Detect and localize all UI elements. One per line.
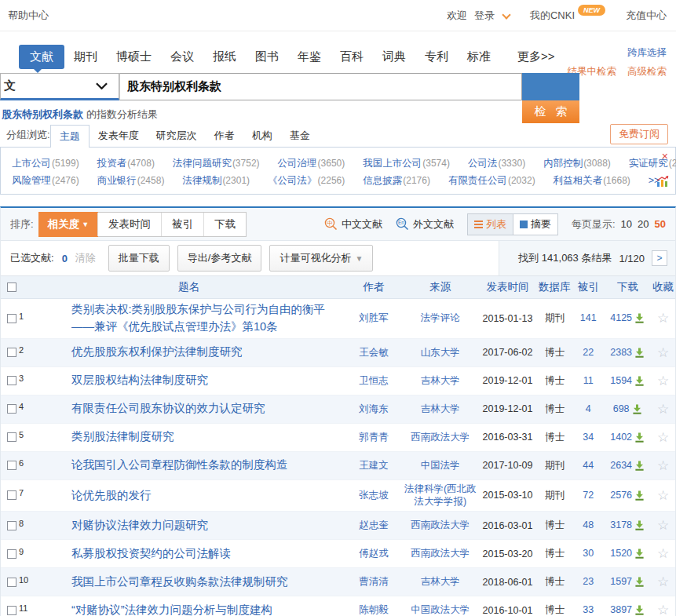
topic-tag[interactable]: 法律问题研究(3752) bbox=[173, 157, 260, 170]
clear-selection-link[interactable]: 清除 bbox=[75, 251, 96, 265]
download-icon[interactable] bbox=[634, 313, 645, 323]
source-link[interactable]: 吉林大学 bbox=[421, 374, 460, 388]
author-link[interactable]: 卫恒志 bbox=[359, 374, 389, 388]
topic-tag[interactable]: 上市公司(5199) bbox=[12, 157, 79, 170]
result-title-link[interactable]: 类别表决权:类别股股东保护与公司行为自由的衡平——兼评《优先股试点管理办法》第1… bbox=[71, 301, 338, 336]
result-title-link[interactable]: “对赌协议”法律效力问题分析与制度建构 bbox=[71, 602, 338, 616]
col-header-source[interactable]: 来源 bbox=[402, 280, 479, 294]
favorite-star-icon[interactable]: ☆ bbox=[657, 345, 669, 360]
author-link[interactable]: 傅赵戎 bbox=[359, 547, 389, 560]
source-link[interactable]: 法律科学(西北政法大学学报) bbox=[402, 483, 479, 509]
download-icon[interactable] bbox=[632, 404, 642, 414]
topic-tag[interactable]: 有限责任公司(2032) bbox=[448, 174, 535, 188]
group-tab-发表年度[interactable]: 发表年度 bbox=[90, 125, 148, 147]
foreign-literature-toggle[interactable]: En 外文文献 bbox=[396, 217, 454, 231]
row-checkbox[interactable] bbox=[7, 404, 16, 414]
login-link[interactable]: 登录 bbox=[474, 9, 495, 23]
favorite-star-icon[interactable]: ☆ bbox=[657, 518, 669, 533]
download-count-link[interactable]: 2383 bbox=[610, 346, 632, 359]
select-all-checkbox[interactable] bbox=[7, 282, 16, 292]
favorite-star-icon[interactable]: ☆ bbox=[657, 430, 669, 445]
favorite-star-icon[interactable]: ☆ bbox=[657, 458, 669, 473]
result-title-link[interactable]: 我国上市公司章程反收购条款法律规制研究 bbox=[71, 574, 338, 591]
group-tab-研究层次[interactable]: 研究层次 bbox=[148, 125, 206, 147]
author-link[interactable]: 刘海东 bbox=[359, 403, 389, 416]
favorite-star-icon[interactable]: ☆ bbox=[657, 546, 669, 561]
topic-tag[interactable]: 公司法(3330) bbox=[468, 157, 525, 170]
download-icon[interactable] bbox=[634, 520, 645, 530]
result-title-link[interactable]: 双层股权结构法律制度研究 bbox=[71, 372, 338, 389]
author-link[interactable]: 王会敏 bbox=[359, 346, 389, 359]
source-link[interactable]: 吉林大学 bbox=[421, 403, 460, 416]
batch-download-button[interactable]: 批量下载 bbox=[108, 245, 170, 272]
nav-tab-会议[interactable]: 会议 bbox=[161, 45, 203, 69]
export-reference-button[interactable]: 导出/参考文献 bbox=[177, 245, 262, 272]
result-title-link[interactable]: 对赌协议法律效力问题研究 bbox=[71, 517, 338, 534]
download-count-link[interactable]: 1520 bbox=[610, 547, 632, 560]
nav-tab-词典[interactable]: 词典 bbox=[373, 45, 415, 69]
topic-tag[interactable]: 信息披露(2176) bbox=[363, 174, 430, 188]
download-count-link[interactable]: 3897 bbox=[610, 603, 632, 616]
favorite-star-icon[interactable]: ☆ bbox=[657, 603, 669, 616]
author-link[interactable]: 郭青青 bbox=[359, 431, 389, 444]
row-checkbox[interactable] bbox=[7, 521, 16, 530]
cited-count-link[interactable]: 11 bbox=[583, 374, 594, 388]
source-link[interactable]: 山东大学 bbox=[421, 346, 460, 359]
nav-tab-年鉴[interactable]: 年鉴 bbox=[288, 45, 331, 69]
download-icon[interactable] bbox=[634, 461, 645, 471]
recharge-center-link[interactable]: 充值中心 bbox=[626, 9, 667, 23]
col-header-database[interactable]: 数据库 bbox=[536, 280, 572, 294]
result-title-link[interactable]: 类别股法律制度研究 bbox=[71, 428, 338, 446]
source-link[interactable]: 西南政法大学 bbox=[411, 547, 470, 560]
metric-analysis-button[interactable]: 计量可视化分析▼ bbox=[269, 245, 373, 272]
per-page-50[interactable]: 50 bbox=[655, 218, 666, 230]
favorite-star-icon[interactable]: ☆ bbox=[657, 374, 669, 388]
cited-count-link[interactable]: 33 bbox=[583, 603, 594, 616]
next-page-button[interactable]: > bbox=[652, 250, 667, 266]
topic-tag[interactable]: 内部控制(3088) bbox=[543, 157, 611, 170]
topic-tag[interactable]: 利益相关者(1668) bbox=[554, 174, 630, 188]
index-analysis-link[interactable]: 股东特别权利条款 bbox=[2, 108, 83, 120]
group-tab-机构[interactable]: 机构 bbox=[243, 125, 281, 147]
nav-more-link[interactable]: 更多>> bbox=[517, 49, 555, 64]
nav-tab-百科[interactable]: 百科 bbox=[331, 45, 373, 69]
topic-tag[interactable]: 法律规制(2301) bbox=[182, 174, 250, 188]
row-checkbox[interactable] bbox=[7, 314, 16, 323]
col-header-author[interactable]: 作者 bbox=[345, 280, 402, 294]
col-header-title[interactable]: 题名 bbox=[40, 280, 345, 294]
topic-tag[interactable]: 实证研究(2889) bbox=[629, 157, 676, 170]
download-count-link[interactable]: 1402 bbox=[610, 431, 632, 444]
row-checkbox[interactable] bbox=[7, 376, 16, 385]
my-cnki-link[interactable]: 我的CNKI bbox=[530, 9, 575, 23]
search-blue-block[interactable] bbox=[522, 73, 579, 100]
close-icon[interactable]: × bbox=[662, 151, 668, 162]
col-header-cited[interactable]: 被引 bbox=[572, 280, 604, 294]
search-scope-select[interactable]: 文 bbox=[0, 73, 119, 100]
row-checkbox[interactable] bbox=[7, 606, 16, 615]
row-checkbox[interactable] bbox=[7, 461, 16, 470]
sort-button-相关度[interactable]: 相关度▼ bbox=[38, 212, 98, 237]
topic-tag[interactable]: 商业银行(2458) bbox=[97, 174, 165, 188]
download-icon[interactable] bbox=[634, 432, 645, 443]
search-input[interactable] bbox=[119, 73, 522, 100]
topic-tag[interactable]: 风险管理(2476) bbox=[12, 174, 79, 188]
download-count-link[interactable]: 1594 bbox=[610, 374, 632, 388]
source-link[interactable]: 中国政法大学 bbox=[411, 603, 470, 616]
source-link[interactable]: 吉林大学 bbox=[421, 575, 460, 589]
col-header-favorite[interactable]: 收藏 bbox=[651, 280, 675, 294]
col-header-download[interactable]: 下载 bbox=[604, 280, 651, 294]
row-checkbox[interactable] bbox=[7, 578, 16, 587]
row-checkbox[interactable] bbox=[7, 348, 16, 357]
source-link[interactable]: 中国法学 bbox=[421, 459, 460, 472]
sort-button-发表时间[interactable]: 发表时间 bbox=[97, 213, 161, 236]
sort-button-被引[interactable]: 被引 bbox=[161, 213, 203, 236]
free-subscribe-button[interactable]: 免费订阅 bbox=[610, 124, 668, 144]
favorite-star-icon[interactable]: ☆ bbox=[657, 488, 669, 503]
favorite-star-icon[interactable]: ☆ bbox=[657, 311, 669, 326]
nav-tab-专利[interactable]: 专利 bbox=[415, 45, 458, 69]
author-link[interactable]: 陈朝毅 bbox=[359, 603, 389, 616]
group-tab-作者[interactable]: 作者 bbox=[206, 125, 243, 147]
group-tab-基金[interactable]: 基金 bbox=[281, 125, 319, 147]
cited-count-link[interactable]: 34 bbox=[583, 431, 594, 444]
download-icon[interactable] bbox=[634, 605, 645, 615]
